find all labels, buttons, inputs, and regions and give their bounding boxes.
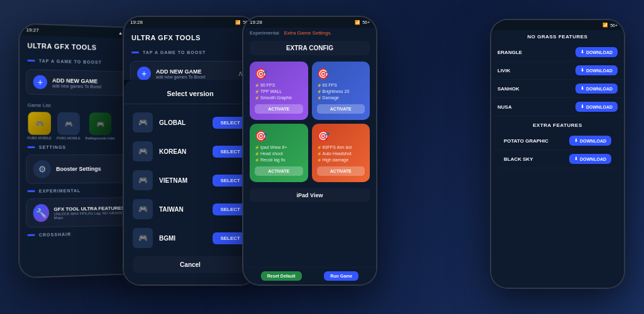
bgmi-label: BGMI	[159, 235, 175, 242]
livik-download-btn[interactable]: ⬇ DOWNLOAD	[575, 65, 618, 75]
pubg-icon-1: 🎮	[28, 112, 51, 135]
phone-2-header: ULTRA GFX TOOLS ≡	[124, 28, 257, 48]
modal-title: Select version	[124, 87, 257, 104]
add-game-subtitle-2: add new games To Boost	[156, 75, 205, 79]
erangle-download-btn[interactable]: ⬇ DOWNLOAD	[575, 47, 618, 57]
nusa-label: NUSA	[497, 104, 512, 110]
booster-row: ⚙ Booster Settings	[33, 160, 101, 178]
activate-btn-aimbot[interactable]: ACTIVATE	[317, 166, 365, 176]
download-label-erangle: DOWNLOAD	[586, 50, 613, 55]
download-label-livik: DOWNLOAD	[586, 68, 613, 73]
tab-extra-settings[interactable]: Extra Game Settings.	[284, 30, 332, 36]
feature-recoil: Recoil lag fix	[255, 158, 303, 162]
wifi-icon-2: 📶	[235, 20, 241, 25]
wifi-icon-4: 📶	[602, 23, 608, 28]
nusa-download-btn[interactable]: ⬇ DOWNLOAD	[575, 102, 618, 112]
version-item-korean[interactable]: 🎮 KOREAN SELECT	[124, 137, 257, 166]
version-item-vietnam[interactable]: 🎮 VIETNAM SELECT	[124, 166, 257, 195]
app-title-1: ULTRA GFX TOOLS	[28, 41, 97, 51]
feature-headshoot: Head shoot	[255, 151, 303, 156]
download-label-blacksky: DOWNLOAD	[580, 157, 606, 161]
blacksky-row: BLACK SKY ⬇ DOWNLOAD	[497, 150, 618, 168]
blacksky-label: BLACK SKY	[504, 156, 533, 162]
version-item-taiwan[interactable]: 🎮 TAIWAN SELECT	[124, 195, 257, 224]
version-item-bgmi[interactable]: 🎮 BGMI SELECT	[124, 224, 257, 252]
extra-features-section: EXTRA FEATURES POTATO GRAPHIC ⬇ DOWNLOAD…	[491, 116, 624, 170]
bgmi-icon: 🎮	[133, 228, 153, 248]
version-item-global[interactable]: 🎮 GLOBAL SELECT	[124, 108, 257, 137]
reset-default-btn[interactable]: Reset Default	[261, 271, 302, 281]
status-time-3: 19:28	[250, 19, 262, 25]
tab-row: Experimental Extra Game Settings.	[243, 28, 376, 38]
feature-ipad: Ipad Wiew 8+	[255, 145, 303, 149]
version-left-global: 🎮 GLOBAL	[133, 112, 186, 133]
add-game-subtitle-1: add new games To Boost	[52, 84, 101, 89]
card-icon-ipad: 🎯	[255, 130, 303, 142]
add-game-card-1[interactable]: + ADD NEW GAME add new games To Boost ∧	[26, 69, 136, 96]
livik-row: LIVIK ⬇ DOWNLOAD	[491, 62, 624, 80]
feature-brightness: Brightness 20	[317, 89, 365, 94]
game-label-2: PUBG MOBILE	[57, 136, 80, 140]
phone-4-screen: 📶 56+ NO GRASS FEATURES ERANGLE ⬇ DOWNLO…	[491, 20, 624, 288]
tap-section-2: TAP A GAME TO BOOST	[124, 48, 257, 57]
feature-highdamage: High damage	[317, 158, 365, 162]
phone-4-status-bar: 📶 56+	[491, 20, 624, 30]
download-icon-sanhok: ⬇	[580, 86, 584, 91]
status-time-1: 19:27	[26, 27, 39, 33]
exp-row: 🔧 GFX TOOL ULTRA FEATURES UNLOCK MAX FPS…	[33, 203, 127, 222]
add-game-row-2: + ADD NEW GAME add new games To Boost	[137, 67, 205, 80]
download-icon-livik: ⬇	[580, 68, 584, 73]
status-icons-4: 📶 56+	[602, 23, 618, 28]
taiwan-label: TAIWAN	[159, 206, 184, 213]
sanhok-download-btn[interactable]: ⬇ DOWNLOAD	[575, 84, 618, 94]
pubg-icon-2: 🎮	[57, 112, 80, 135]
config-card-90fps[interactable]: 🎯 90 FPS TPP WALL Smooth Graphic ACTIVAT…	[250, 62, 308, 120]
game-icon-item-pubg2[interactable]: 🎮 PUBG MOBILE	[57, 112, 80, 140]
download-icon-potato: ⬇	[574, 138, 578, 143]
potato-download-btn[interactable]: ⬇ DOWNLOAD	[569, 136, 611, 146]
download-label-nusa: DOWNLOAD	[586, 105, 613, 109]
tab-experimental[interactable]: Experimental	[250, 30, 279, 36]
nusa-row: NUSA ⬇ DOWNLOAD	[491, 98, 624, 116]
game-icon-item-pubg1[interactable]: 🎮 PUBG MOBILE	[28, 112, 52, 140]
game-icon-item-pubg3[interactable]: 🎮 Battlegrounds India	[86, 112, 114, 140]
status-icons-3: 📶 56+	[355, 20, 370, 25]
activate-btn-ipad[interactable]: ACTIVATE	[255, 166, 303, 176]
config-cards-grid: 🎯 90 FPS TPP WALL Smooth Graphic ACTIVAT…	[243, 58, 376, 186]
korean-icon: 🎮	[133, 141, 153, 161]
version-sheet: Select version 🎮 GLOBAL SELECT 🎮 KOREAN …	[124, 80, 257, 284]
korean-label: KOREAN	[159, 148, 186, 155]
config-card-60fps[interactable]: 🎯 60 FPS Brightness 20 Damage ACTIVATE	[312, 62, 370, 120]
battery-icon-3: 56+	[362, 20, 370, 24]
phone-4: 📶 56+ NO GRASS FEATURES ERANGLE ⬇ DOWNLO…	[490, 19, 625, 289]
config-card-aimbot[interactable]: 🎯 60FPS Aim bot Auto Headshot High damag…	[312, 124, 370, 182]
phone-3: 19:28 📶 56+ Experimental Extra Game Sett…	[242, 16, 377, 286]
extra-features-title: EXTRA FEATURES	[497, 120, 618, 132]
feature-autoheadshot: Auto Headshot	[317, 151, 365, 156]
ipad-view-btn[interactable]: iPad View	[250, 188, 370, 202]
blacksky-download-btn[interactable]: ⬇ DOWNLOAD	[569, 154, 611, 164]
config-card-ipad[interactable]: 🎯 Ipad Wiew 8+ Head shoot Recoil lag fix…	[250, 124, 308, 182]
game-label-1: PUBG MOBILE	[28, 136, 52, 140]
gfx-features-item[interactable]: 🔧 GFX TOOL ULTRA FEATURES UNLOCK MAX FPS…	[26, 197, 136, 228]
add-game-row-1: + ADD NEW GAME add new games To Boost	[33, 75, 101, 90]
activate-btn-60fps[interactable]: ACTIVATE	[317, 104, 365, 114]
add-game-title-2: ADD NEW GAME	[156, 68, 205, 75]
booster-settings-item[interactable]: ⚙ Booster Settings ›	[26, 154, 136, 184]
status-time-2: 19:28	[130, 19, 143, 25]
phone-3-status-bar: 19:28 📶 56+	[243, 17, 376, 28]
version-left-vietnam: 🎮 VIETNAM	[133, 170, 187, 190]
run-game-btn[interactable]: Run Game	[324, 271, 358, 281]
global-icon: 🎮	[133, 112, 153, 133]
game-label-3: Battlegrounds India	[86, 136, 114, 140]
feature-tpp-wall: TPP WALL	[255, 89, 303, 94]
activate-btn-90fps[interactable]: ACTIVATE	[255, 104, 303, 114]
feature-60fps: 60 FPS	[317, 83, 365, 87]
taiwan-icon: 🎮	[133, 199, 153, 219]
version-left-taiwan: 🎮 TAIWAN	[133, 199, 184, 219]
no-grass-title: NO GRASS FEATURES	[491, 30, 624, 43]
download-icon-blacksky: ⬇	[574, 156, 578, 161]
download-icon-nusa: ⬇	[580, 104, 584, 109]
cancel-button[interactable]: Cancel	[133, 256, 248, 273]
version-left-bgmi: 🎮 BGMI	[133, 228, 175, 248]
